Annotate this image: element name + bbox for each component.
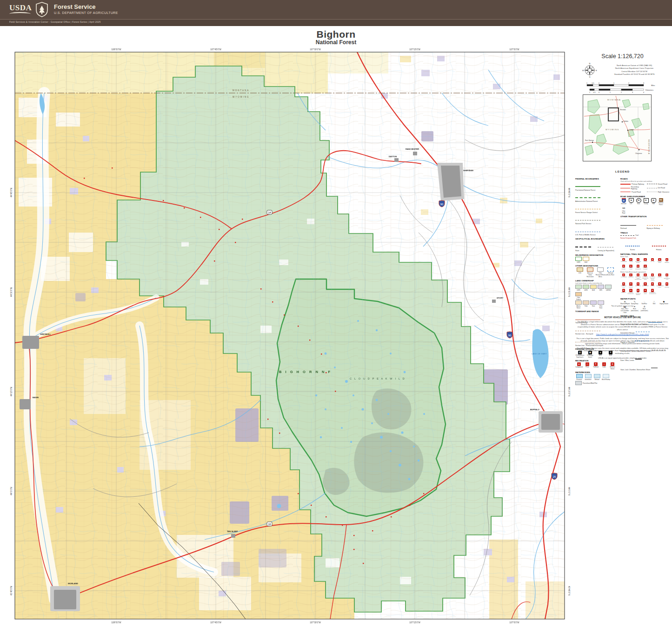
svg-text:107°15'0"W: 107°15'0"W xyxy=(409,48,420,51)
svg-text:Cheyenne: Cheyenne xyxy=(635,153,642,154)
svg-text:2: 2 xyxy=(628,82,629,84)
main-map: 90 90 25 14 16 MONTANA WYOMING B I xyxy=(0,0,672,627)
svg-text:4: 4 xyxy=(643,92,644,93)
svg-text:16: 16 xyxy=(268,523,271,526)
state-locator-inset: MONTANA WYOMING NEBRASKA Sheridan Buffal… xyxy=(583,94,652,161)
mvum-paragraph-3: The USDA Forest Service uses the most cu… xyxy=(576,347,669,355)
svg-text:3: 3 xyxy=(643,82,644,84)
mvum-title: MOTOR VEHICLE USE MAP (MVUM) xyxy=(576,316,669,319)
svg-text:0: 0 xyxy=(599,82,599,84)
svg-text:1: 1 xyxy=(613,82,614,84)
svg-text:GREYBULL: GREYBULL xyxy=(40,333,51,335)
svg-text:107°45'0"W: 107°45'0"W xyxy=(210,48,221,51)
legend-land-ownership-row2: Alaska NativeTribalStateOther State xyxy=(575,300,618,309)
svg-text:44°30'0"N: 44°30'0"N xyxy=(10,287,13,297)
svg-text:44°15'0"N: 44°15'0"N xyxy=(568,387,570,396)
svg-text:DAYTON: DAYTON xyxy=(389,155,397,158)
svg-text:43°45'0"N: 43°45'0"N xyxy=(568,586,570,595)
svg-text:107°0'0"W: 107°0'0"W xyxy=(509,621,519,624)
svg-text:N: N xyxy=(589,63,591,65)
legend: LEGEND FEDERAL BOUNDARIES Proclaimed Nat… xyxy=(573,170,672,173)
map-sheet: USDA Forest Service U.S. DEPARTMENT OF A… xyxy=(0,0,672,627)
legend-road-shields: 90Interstate14U.S.59State51County26FSR96… xyxy=(620,198,671,214)
svg-text:14: 14 xyxy=(268,211,271,214)
legend-recreation: ▲Campground⛬Picnic↟Trailhead⌂Cabin★Entra… xyxy=(575,362,618,370)
legend-geopolitical: StateCounty (or Equivalent) xyxy=(575,240,618,253)
svg-text:Miles: Miles xyxy=(651,85,655,87)
mvum-equal-opportunity: USDA is an equal opportunity provider, e… xyxy=(576,357,669,360)
legend-footnote: *Not all symbols appear on map. xyxy=(573,305,672,307)
svg-text:44°15'0"N: 44°15'0"N xyxy=(10,387,13,396)
wilderness-area-label: C L O U D P E A K W I L D xyxy=(350,377,406,380)
map-collar-panel: Scale 1:126,720 N S W E North Ame xyxy=(573,50,672,625)
svg-text:3: 3 xyxy=(632,92,633,93)
svg-text:0: 0 xyxy=(599,92,599,93)
legend-waterbodies: PerennialIntermittentWetlandMarsh/Swamp xyxy=(575,374,618,380)
mvum-paragraph-2: This is not a legal document. Public lan… xyxy=(576,337,669,345)
svg-text:Rock Springs: Rock Springs xyxy=(585,140,594,141)
svg-text:BUFFALO: BUFFALO xyxy=(530,408,540,411)
legend-federal-boundaries: Proclaimed National ForestAdministrative… xyxy=(575,180,618,236)
legend-scenic-trail-markers: ▲Appalachian▲Arizona▲Continental Divide▲… xyxy=(620,258,671,270)
svg-text:1: 1 xyxy=(610,92,611,93)
svg-text:RANCHESTER: RANCHESTER xyxy=(406,148,419,150)
legend-other-transportation: RailroadByway or Beltway xyxy=(620,218,671,230)
svg-text:44°0'0"N: 44°0'0"N xyxy=(10,487,13,495)
state-label-wyoming: WYOMING xyxy=(233,96,250,98)
svg-text:107°15'0"W: 107°15'0"W xyxy=(409,621,420,624)
svg-text:Casper: Casper xyxy=(629,129,634,131)
svg-text:107°30'0"W: 107°30'0"W xyxy=(310,621,321,624)
svg-text:TEN SLEEP: TEN SLEEP xyxy=(227,530,238,533)
legend-roads: Primary HighwayGravel RoadSecondary High… xyxy=(620,183,671,194)
svg-text:44°45'0"N: 44°45'0"N xyxy=(568,188,570,197)
legend-wilderness: USFSBLM xyxy=(575,257,618,263)
legend-historic-trail-markers: ▲Ala Kahakai▲California▲Capt. John Smith… xyxy=(620,273,671,296)
svg-text:108°0'0"W: 108°0'0"W xyxy=(111,621,121,624)
scale-statement: Scale 1:126,720 xyxy=(573,53,672,60)
state-label-montana: MONTANA xyxy=(233,89,249,92)
township-grid xyxy=(15,52,565,619)
svg-text:44°45'0"N: 44°45'0"N xyxy=(10,188,13,197)
mvum-notes: MOTOR VEHICLE USE MAP (MVUM) The MVUM is… xyxy=(576,316,669,361)
svg-text:44°0'0"N: 44°0'0"N xyxy=(568,487,570,495)
compass-rose-icon: N S W E xyxy=(582,63,597,80)
svg-text:1: 1 xyxy=(589,92,590,93)
legend-designated-trails: ScenicHistoric xyxy=(620,240,671,252)
svg-text:Sheridan: Sheridan xyxy=(620,109,626,111)
svg-text:S: S xyxy=(589,76,591,78)
mvum-paragraph-1: The MVUM is a legal enforceable document… xyxy=(576,320,669,331)
svg-text:STORY: STORY xyxy=(497,297,503,299)
svg-text:W: W xyxy=(582,69,584,72)
svg-text:Buffalo: Buffalo xyxy=(624,120,628,122)
datum-projection-notes: North American Datum of 1983 (NAD 83)Nor… xyxy=(599,64,670,76)
legend-waterbodies-extra: Foreshore/Mud Flat xyxy=(575,381,618,385)
svg-text:44°30'0"N: 44°30'0"N xyxy=(568,287,570,297)
svg-text:WYOMING: WYOMING xyxy=(605,128,619,131)
lake-label: LAKE DE SMET xyxy=(532,353,547,355)
svg-text:25: 25 xyxy=(553,475,556,478)
svg-text:43°45'0"N: 43°45'0"N xyxy=(10,586,13,595)
svg-text:SHERIDAN: SHERIDAN xyxy=(463,169,473,172)
svg-text:2: 2 xyxy=(621,92,622,93)
svg-text:108°0'0"W: 108°0'0"W xyxy=(111,48,121,51)
svg-text:Kilometers: Kilometers xyxy=(645,89,653,91)
svg-text:MONTANA: MONTANA xyxy=(607,99,621,101)
legend-land-ownership-row1: USFSUSFSBLMNPSUSFWSOther Federal xyxy=(575,285,618,300)
legend-trail: Trail xyxy=(620,234,671,236)
svg-text:NEBRASKA: NEBRASKA xyxy=(648,140,650,154)
mvum-url-link[interactable]: https://www.fs.usda.gov/recreation/progr… xyxy=(576,333,669,335)
legend-other-designations: DODAmerican Indian ReservationOther Rese… xyxy=(575,267,618,278)
svg-text:0.5: 0.5 xyxy=(592,82,594,84)
legend-title: LEGEND xyxy=(573,170,672,173)
svg-text:107°30'0"W: 107°30'0"W xyxy=(310,48,321,51)
forest-area-label: B I G H O R N N F xyxy=(279,370,332,374)
svg-text:E: E xyxy=(596,69,597,72)
svg-text:90: 90 xyxy=(440,203,444,206)
scale-bars: 1 0.5 0 1 2 3 Miles xyxy=(583,82,662,96)
svg-text:0.5: 0.5 xyxy=(593,92,596,93)
svg-text:107°0'0"W: 107°0'0"W xyxy=(509,48,519,51)
svg-text:107°45'0"W: 107°45'0"W xyxy=(210,621,221,624)
svg-text:90: 90 xyxy=(508,334,512,337)
svg-text:1: 1 xyxy=(586,82,587,84)
svg-text:WORLAND: WORLAND xyxy=(68,582,78,585)
